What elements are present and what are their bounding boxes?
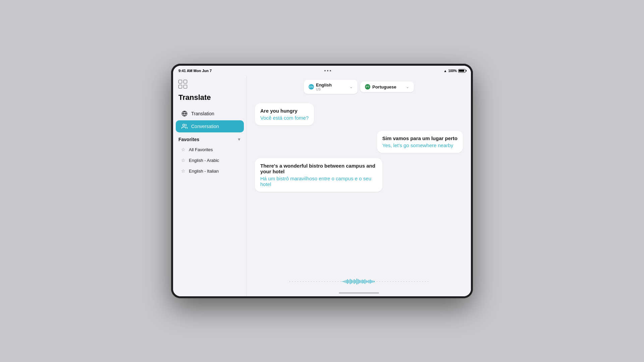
wave-bar [342, 281, 342, 282]
grid-row-1 [178, 80, 189, 83]
conversation-label: Conversation [191, 124, 219, 129]
favorites-chevron-icon: ▼ [237, 137, 241, 142]
wave-bar [359, 280, 360, 283]
svg-point-0 [183, 124, 185, 126]
wave-bar [354, 279, 355, 284]
wave-dot [414, 281, 415, 282]
wave-bar [350, 279, 351, 284]
wave-dot [420, 281, 420, 282]
wave-dot [332, 281, 333, 282]
target-language-button[interactable]: PT Portuguese ⌄ [360, 81, 414, 92]
sidebar-toggle-button[interactable] [178, 80, 189, 88]
grid-cell [183, 85, 187, 88]
wave-dot [428, 281, 428, 282]
wave-dot [289, 281, 290, 282]
english-arabic-label: English - Arabic [189, 158, 219, 163]
sidebar: Translate Translation [173, 76, 247, 296]
wave-bar [361, 280, 361, 283]
language-bar: EN English US ⌄ PT Portuguese ⌄ [247, 76, 471, 98]
ipad-screen: 9:41 AM Mon Jun 7 ▲ 100% [173, 66, 471, 296]
sidebar-item-translation[interactable]: Translation [176, 108, 244, 120]
grid-cell [183, 80, 187, 83]
target-lang-text: Portuguese [372, 84, 404, 89]
favorites-section-header[interactable]: Favorites ▼ [173, 133, 247, 144]
wave-bar [347, 279, 348, 284]
message-3-original: There's a wonderful bistro between campu… [260, 163, 377, 174]
all-favorites-label: All Favorites [189, 147, 213, 152]
status-center [324, 70, 331, 71]
wave-dot [393, 281, 393, 282]
message-bubble-3[interactable]: There's a wonderful bistro between campu… [255, 158, 382, 192]
sidebar-item-all-favorites[interactable]: ☆ All Favorites [176, 144, 244, 155]
wave-bar [348, 280, 349, 283]
wave-dot [314, 281, 314, 282]
wave-bar [355, 280, 356, 283]
wave-dot [316, 281, 317, 282]
wave-dot [319, 281, 320, 282]
message-bubble-1[interactable]: Are you hungry Você está com fome? [255, 103, 314, 125]
status-right: ▲ 100% [444, 69, 466, 73]
english-italian-label: English - Italian [189, 169, 219, 174]
grid-row-2 [178, 85, 189, 88]
wave-bar [365, 279, 365, 284]
app-title: Translate [173, 93, 247, 107]
wave-bar [374, 281, 375, 282]
wave-dot [382, 281, 383, 282]
wave-dot [298, 281, 298, 282]
sidebar-item-conversation[interactable]: Conversation [176, 120, 244, 132]
message-3-translated: Há um bistrô maravilhoso entre o campus … [260, 176, 377, 187]
wave-dot [398, 281, 399, 282]
wave-dot [308, 281, 309, 282]
source-flag-icon: EN [309, 84, 314, 89]
message-2-translated: Yes, let's go somewhere nearby [382, 142, 458, 148]
source-lang-sub: US [316, 87, 347, 91]
wave-dot [390, 281, 391, 282]
wave-dot [406, 281, 407, 282]
wave-dot [425, 281, 426, 282]
favorites-label: Favorites [178, 137, 199, 142]
source-lang-text: English US [316, 82, 347, 91]
grid-cell [178, 85, 182, 88]
source-language-button[interactable]: EN English US ⌄ [304, 80, 358, 94]
battery-pct: 100% [448, 69, 457, 73]
target-flag-icon: PT [365, 84, 370, 89]
wave-dot [335, 281, 336, 282]
wave-dot [292, 281, 293, 282]
wave-bar [353, 280, 353, 283]
wave-dot [387, 281, 388, 282]
translation-icon [181, 110, 188, 117]
wave-dot [306, 281, 306, 282]
wave-bar [373, 281, 373, 283]
wifi-icon: ▲ [444, 69, 447, 73]
translation-label: Translation [191, 111, 214, 116]
target-lang-chevron-icon: ⌄ [406, 84, 409, 89]
message-1-translated: Você está com fome? [260, 115, 309, 121]
wave-bar [371, 280, 372, 283]
wave-bar [351, 280, 352, 284]
main-panel: EN English US ⌄ PT Portuguese ⌄ [247, 76, 471, 296]
wave-bar [358, 279, 359, 284]
message-2-original: Sim vamos para um lugar perto [382, 135, 458, 141]
wave-dot [295, 281, 296, 282]
wave-bar [362, 280, 363, 284]
target-lang-name: Portuguese [372, 84, 404, 89]
grid-cell [178, 80, 182, 83]
wave-bar [343, 281, 344, 282]
wave-dot [327, 281, 328, 282]
wave-bar [369, 280, 369, 283]
wave-dot [311, 281, 312, 282]
sidebar-item-english-arabic[interactable]: ☆ English - Arabic [176, 155, 244, 165]
dot3 [330, 70, 331, 71]
message-bubble-2[interactable]: Sim vamos para um lugar perto Yes, let's… [377, 131, 463, 153]
wave-bar [344, 281, 345, 283]
battery-fill [459, 70, 464, 72]
wave-dot [409, 281, 410, 282]
sidebar-item-english-italian[interactable]: ☆ English - Italian [176, 166, 244, 176]
wave-bar [363, 280, 364, 283]
wave-dot [401, 281, 401, 282]
source-lang-chevron-icon: ⌄ [350, 84, 353, 89]
star-icon: ☆ [181, 168, 185, 174]
wave-dot [379, 281, 380, 282]
wave-dot [324, 281, 325, 282]
wave-dot [322, 281, 322, 282]
